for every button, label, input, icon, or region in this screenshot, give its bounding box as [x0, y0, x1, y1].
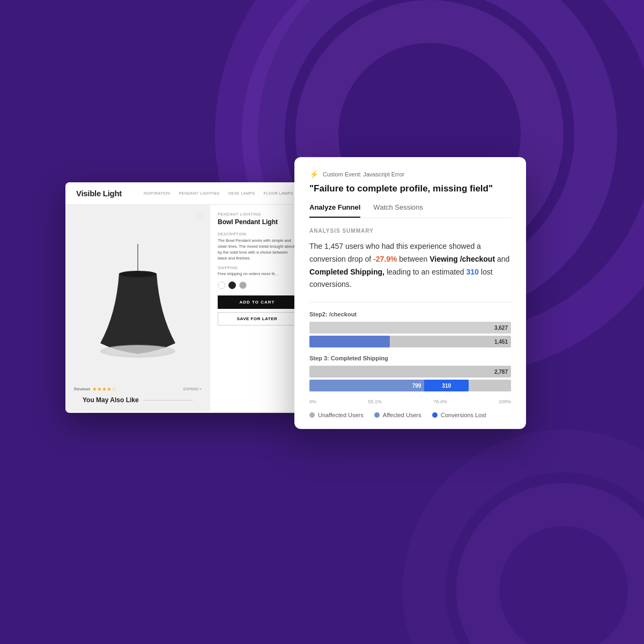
ec-header: Visible Light INSPIRATION PENDANT LIGHTI…: [65, 182, 304, 205]
ap-step-to: Completed Shipping,: [309, 268, 384, 276]
ap-step2-number: Step2:: [309, 311, 328, 317]
color-swatch-black[interactable]: [228, 282, 236, 289]
tab-analyze-funnel[interactable]: Analyze Funnel: [309, 203, 360, 218]
you-may-also-like: You May Also Like: [74, 392, 202, 406]
ap-step2-label: Step2: /checkout: [309, 311, 511, 317]
legend-unaffected-dot: [309, 412, 315, 418]
ap-step2-bar2: 1,451: [309, 336, 511, 347]
ec-nav-desk[interactable]: DESK LAMPS: [228, 191, 255, 195]
ap-step3-bars: 2,787 799 310: [309, 366, 511, 391]
ap-section-label: ANALYSIS SUMMARY: [309, 228, 511, 234]
color-swatch-gray[interactable]: [239, 282, 247, 289]
ap-divider-1: [309, 302, 511, 302]
save-for-later-button[interactable]: SAVE FOR LATER: [218, 312, 297, 325]
ec-shipping-text: Free shipping on orders more th...: [218, 271, 297, 276]
ap-step3-number: Step 3:: [309, 355, 329, 361]
ap-step2-bar2-value: 1,451: [494, 339, 508, 345]
wishlist-heart-icon[interactable]: ♡: [196, 211, 204, 221]
ec-category: PENDANT LIGHTING: [218, 212, 297, 216]
ap-axis-2: 76.4%: [433, 399, 447, 404]
ap-step2-bars: 3,627 1,451: [309, 322, 511, 347]
ap-step3-bar-total: 2,787: [309, 366, 511, 377]
ap-users-count: 1,457: [324, 242, 343, 250]
ap-axis: 0% 55.1% 76.4% 100%: [309, 399, 511, 404]
ap-step3-name: Completed Shipping: [331, 355, 388, 361]
you-may-label: You May Also Like: [83, 396, 139, 404]
ec-color-swatches: [218, 282, 297, 289]
legend-conversions-label: Conversions Lost: [441, 412, 486, 418]
ap-step3-lost-value: 310: [442, 383, 451, 389]
ap-step-from: Viewing /checkout: [430, 255, 495, 263]
ec-content: ♡ Reviews ★★★★☆ EXPAND » You May Also Li…: [65, 205, 304, 411]
ec-nav-floor[interactable]: FLOOR LAMPS: [264, 191, 293, 195]
ap-drop-percent: -27.9%: [373, 255, 397, 263]
ec-description-label: DESCRIPTION: [218, 232, 297, 236]
color-swatch-white[interactable]: [218, 282, 225, 289]
ec-description-text: The Bowl Pendant works with simple and c…: [218, 238, 297, 262]
ap-event-header: ⚡ Custom Event: Javascript Error: [309, 170, 511, 179]
legend-unaffected: Unaffected Users: [309, 412, 364, 418]
bg-decoration-4: [456, 483, 644, 644]
ap-summary-text: The 1,457 users who had this experience …: [309, 240, 511, 291]
ec-image-bottom: Reviews ★★★★☆ EXPAND » You May Also Like: [65, 381, 210, 411]
ec-reviews: Reviews ★★★★☆: [74, 386, 116, 392]
ap-tabs: Analyze Funnel Watch Sessions: [309, 203, 511, 218]
ap-axis-1: 55.1%: [368, 399, 382, 404]
ap-event-type: Custom Event: Javascript Error: [323, 171, 404, 177]
ec-product-name: Bowl Pendant Light: [218, 218, 297, 227]
svg-point-3: [119, 271, 157, 277]
ap-axis-0: 0%: [309, 399, 316, 404]
tab-watch-sessions[interactable]: Watch Sessions: [373, 203, 423, 218]
legend-conversions-lost: Conversions Lost: [432, 412, 486, 418]
product-image: [84, 244, 191, 373]
ec-product-details: PENDANT LIGHTING Bowl Pendant Light DESC…: [210, 205, 304, 411]
ap-lost-count: 310: [467, 268, 479, 276]
ap-step3-label: Step 3: Completed Shipping: [309, 355, 511, 361]
ap-step3-total-value: 2,787: [494, 369, 508, 375]
lightning-icon: ⚡: [309, 170, 319, 179]
ap-step2-name: /checkout: [329, 311, 357, 317]
svg-point-2: [106, 345, 170, 355]
legend-conversions-dot: [432, 412, 438, 418]
ec-reviews-row: Reviews ★★★★☆ EXPAND »: [74, 386, 202, 392]
ec-nav-pendant[interactable]: PENDANT LIGHTING: [179, 191, 220, 195]
ec-logo: Visible Light: [76, 189, 122, 198]
star-rating: ★★★★☆: [92, 386, 116, 392]
legend-affected: Affected Users: [374, 412, 421, 418]
legend-unaffected-label: Unaffected Users: [318, 412, 364, 418]
you-may-divider: [143, 400, 193, 401]
ap-step2-bar1: 3,627: [309, 322, 511, 334]
ap-legend: Unaffected Users Affected Users Conversi…: [309, 412, 511, 418]
ec-shipping-label: SHIPPING: [218, 266, 297, 270]
expand-button[interactable]: EXPAND »: [183, 387, 202, 391]
ec-image-area: ♡ Reviews ★★★★☆ EXPAND » You May Also Li…: [65, 205, 210, 411]
add-to-cart-button[interactable]: ADD TO CART: [218, 295, 297, 309]
ap-step3-affected-value: 799: [412, 383, 421, 389]
ec-nav: INSPIRATION PENDANT LIGHTING DESK LAMPS …: [144, 191, 293, 195]
ap-panel-title: "Failure to complete profile, missing fi…: [309, 183, 511, 195]
ec-nav-inspiration[interactable]: INSPIRATION: [144, 191, 171, 195]
ap-axis-3: 100%: [499, 399, 511, 404]
legend-affected-dot: [374, 412, 380, 418]
ap-step2-bar1-value: 3,627: [494, 325, 508, 331]
analytics-panel: ⚡ Custom Event: Javascript Error "Failur…: [294, 157, 526, 429]
bg-decoration-5: [403, 430, 644, 644]
reviews-label: Reviews: [74, 387, 90, 391]
legend-affected-label: Affected Users: [383, 412, 421, 418]
ap-step3-bar-detail: 799 310: [309, 380, 511, 391]
ecommerce-card: Visible Light INSPIRATION PENDANT LIGHTI…: [65, 182, 304, 413]
